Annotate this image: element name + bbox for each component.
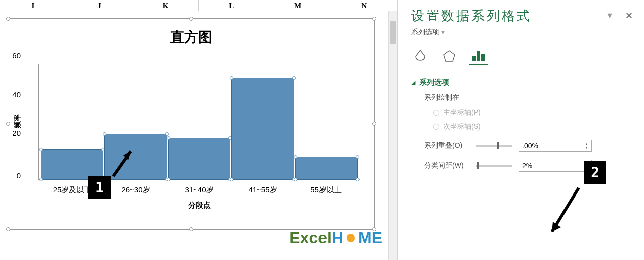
data-series[interactable] [41,64,358,180]
resize-handle[interactable] [6,17,10,21]
resize-handle[interactable] [189,17,193,21]
col-header[interactable]: J [66,0,133,11]
column-headers-row: I J K L M N [0,0,397,11]
resize-handle[interactable] [6,122,10,126]
series-overlap-label: 系列重叠(O) [424,141,469,150]
radio-icon [433,124,439,130]
overlap-input[interactable]: .00% ▲▼ [519,140,592,152]
data-bar[interactable] [41,149,103,180]
embedded-chart[interactable]: 直方图 0 20 40 60 频率 25岁及以下26~30岁31~40岁41~5… [8,18,375,230]
series-options-dropdown[interactable]: 系列选项▼ [411,28,634,37]
svg-rect-4 [472,56,476,61]
data-bar[interactable] [295,157,358,180]
col-header[interactable]: M [265,0,332,11]
y-axis-label[interactable]: 频率 [13,114,22,128]
col-header[interactable]: I [0,0,66,11]
x-category-label: 26~30岁 [104,185,168,195]
gap-width-label: 分类间距(W) [424,161,469,170]
format-pane: 设置数据系列格式 ▼ ✕ 系列选项▼ ◢ 系列选项 系列绘制在 [397,0,644,260]
plot-on-label: 系列绘制在 [424,93,634,102]
section-toggle[interactable]: ◢ 系列选项 [411,78,634,87]
radio-icon [433,110,439,116]
gap-input[interactable]: 2% ▲▼ [519,160,592,172]
col-header[interactable]: N [331,0,397,11]
svg-rect-5 [477,51,480,61]
watermark-logo: ExcelHME [289,228,382,247]
resize-handle[interactable] [6,227,10,231]
y-tick: 20 [12,128,21,137]
plot-area[interactable]: 0 20 40 60 频率 25岁及以下26~30岁31~40岁41~55岁55… [38,64,360,180]
col-header[interactable]: L [199,0,265,11]
spinner-icon[interactable]: ▲▼ [585,142,588,149]
chevron-down-icon[interactable]: ▼ [606,11,614,20]
fill-line-icon[interactable] [411,47,429,65]
annotation-arrow-icon [108,146,138,181]
x-category-label: 55岁以上 [294,185,358,195]
annotation-callout-2: 2 [584,161,606,184]
y-tick: 60 [12,51,21,60]
secondary-axis-radio: 次坐标轴(S) [433,122,634,132]
x-axis-title[interactable]: 分段点 [188,201,211,210]
pane-title: 设置数据系列格式 [411,7,634,25]
annotation-callout-1: 1 [88,176,111,199]
primary-axis-radio: 主坐标轴(P) [433,108,634,117]
y-tick: 0 [17,171,21,180]
close-icon[interactable]: ✕ [625,10,633,21]
overlap-slider[interactable] [476,145,512,147]
gap-slider[interactable] [476,165,512,167]
svg-rect-6 [481,54,485,61]
y-axis [38,64,39,180]
effects-icon[interactable] [440,47,458,65]
worksheet-area: I J K L M N 直方图 0 20 40 [0,0,397,260]
resize-handle[interactable] [372,122,376,126]
y-tick: 40 [12,90,21,98]
resize-handle[interactable] [372,17,376,21]
triangle-down-icon: ◢ [411,79,415,86]
svg-marker-3 [444,51,455,61]
data-bar[interactable] [168,138,230,180]
x-category-label: 41~55岁 [231,185,294,195]
scrollbar-thumb[interactable] [390,21,396,44]
vertical-scrollbar[interactable] [388,11,397,260]
chart-title[interactable]: 直方图 [8,28,374,47]
annotation-arrow-icon [546,184,586,239]
series-options-icon[interactable] [469,47,488,65]
x-category-label: 31~40岁 [168,185,231,195]
data-bar[interactable] [231,78,294,180]
col-header[interactable]: K [132,0,199,11]
resize-handle[interactable] [189,227,193,231]
